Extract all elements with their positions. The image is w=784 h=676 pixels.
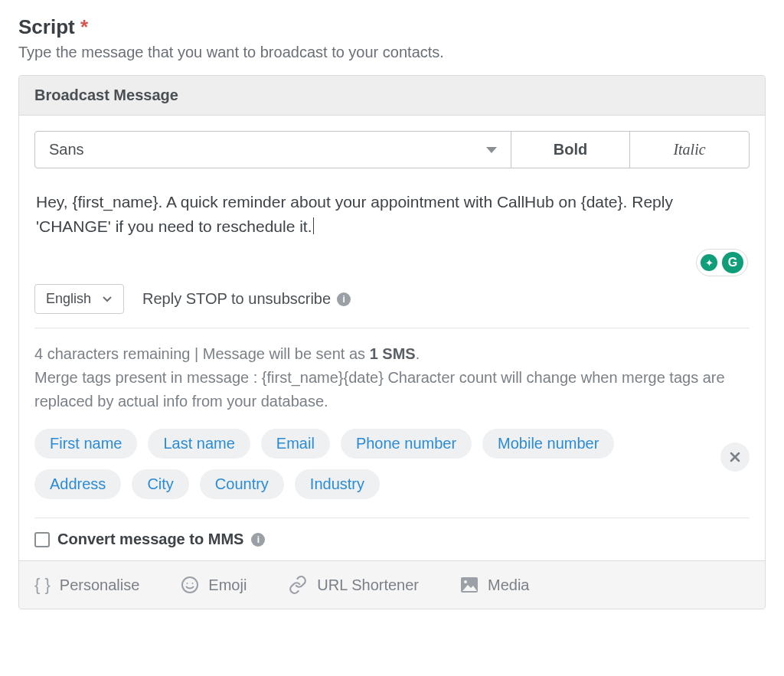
svg-point-2 <box>192 583 194 584</box>
chevron-down-icon <box>102 296 113 303</box>
heading-text: Script <box>18 15 75 38</box>
media-button[interactable]: Media <box>460 576 529 594</box>
merge-tag-first-name[interactable]: First name <box>34 429 137 459</box>
svg-point-0 <box>182 577 198 593</box>
merge-tag-country[interactable]: Country <box>200 469 284 499</box>
required-asterisk: * <box>80 15 88 38</box>
mms-label: Convert message to MMS <box>57 531 243 548</box>
grammarly-widget[interactable]: ✦ G <box>696 249 748 276</box>
section-subheading: Type the message that you want to broadc… <box>18 44 766 61</box>
mms-checkbox[interactable] <box>34 532 50 547</box>
mms-row: Convert message to MMS i <box>34 518 750 560</box>
grammarly-icon: G <box>722 252 743 273</box>
personalise-button[interactable]: { } Personalise <box>34 575 139 595</box>
font-family-select[interactable]: Sans <box>35 132 511 168</box>
lightbulb-icon: ✦ <box>701 254 717 271</box>
italic-button[interactable]: Italic <box>630 132 749 168</box>
unsubscribe-hint: Reply STOP to unsubscribe i <box>142 290 351 308</box>
editor-toolbar: Sans Bold Italic <box>34 131 750 168</box>
link-icon <box>288 575 308 595</box>
broadcast-panel: Broadcast Message Sans Bold Italic Hey, … <box>18 75 766 609</box>
bold-button[interactable]: Bold <box>511 132 630 168</box>
message-editor[interactable]: Hey, {first_name}. A quick reminder abou… <box>34 168 750 284</box>
language-value: English <box>46 291 91 307</box>
section-heading: Script * <box>18 15 766 39</box>
braces-icon: { } <box>34 575 51 595</box>
info-icon[interactable]: i <box>337 292 351 306</box>
merge-tags-info: Merge tags present in message : {first_n… <box>34 369 725 410</box>
url-shortener-button[interactable]: URL Shortener <box>288 575 419 595</box>
merge-tag-city[interactable]: City <box>132 469 188 499</box>
svg-point-4 <box>464 580 467 583</box>
merge-tag-last-name[interactable]: Last name <box>148 429 250 459</box>
dismiss-tags-button[interactable] <box>720 443 750 472</box>
chars-remaining: 4 characters remaining <box>34 345 190 362</box>
editor-wrap: Hey, {first_name}. A quick reminder abou… <box>34 168 750 284</box>
panel-title: Broadcast Message <box>19 76 765 116</box>
info-icon[interactable]: i <box>251 533 265 547</box>
merge-tag-email[interactable]: Email <box>261 429 330 459</box>
merge-tags-list: First name Last name Email Phone number … <box>34 429 705 518</box>
character-info: 4 characters remaining | Message will be… <box>34 328 750 429</box>
sms-count: 1 SMS <box>370 345 416 362</box>
editor-content: Hey, {first_name}. A quick reminder abou… <box>36 193 673 235</box>
svg-point-1 <box>187 583 188 584</box>
tags-row: First name Last name Email Phone number … <box>34 429 750 518</box>
merge-tag-industry[interactable]: Industry <box>295 469 380 499</box>
caret-down-icon <box>486 147 497 153</box>
emoji-button[interactable]: Emoji <box>181 576 247 594</box>
language-row: English Reply STOP to unsubscribe i <box>34 284 750 328</box>
panel-footer: { } Personalise Emoji URL Shortener Medi… <box>19 560 765 609</box>
panel-body: Sans Bold Italic Hey, {first_name}. A qu… <box>19 116 765 560</box>
language-select[interactable]: English <box>34 284 124 314</box>
close-icon <box>729 451 741 463</box>
text-cursor <box>313 217 314 234</box>
merge-tag-mobile-number[interactable]: Mobile number <box>482 429 614 459</box>
smiley-icon <box>181 576 199 594</box>
merge-tag-address[interactable]: Address <box>34 469 121 499</box>
image-icon <box>460 576 479 593</box>
merge-tag-phone-number[interactable]: Phone number <box>341 429 472 459</box>
font-family-value: Sans <box>49 141 84 158</box>
